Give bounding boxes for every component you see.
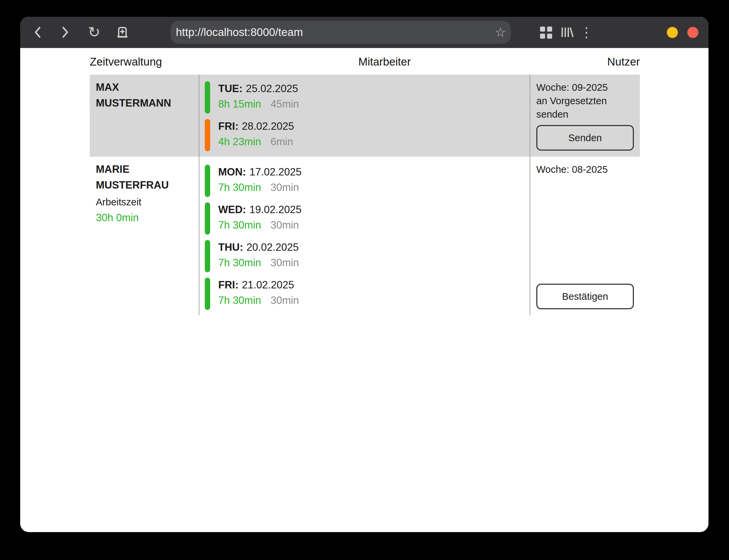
day-entry: THU:20.02.2025 7h 30min30min (205, 240, 530, 272)
day-entry: WED:19.02.2025 7h 30min30min (205, 202, 530, 235)
employee-row: MARIE MUSTERFRAU Arbeitszeit 30h 0min MO… (90, 157, 640, 315)
work-duration: 7h 30min (218, 257, 261, 269)
work-duration: 7h 30min (218, 182, 261, 193)
day-label: FRI: (218, 120, 238, 132)
day-status-bar (205, 165, 210, 197)
employee-name-cell: MARIE MUSTERFRAU Arbeitszeit 30h 0min (90, 157, 199, 315)
menu-kebab-icon[interactable]: ⋮ (579, 17, 594, 48)
worktime-label: Arbeitszeit (96, 196, 199, 208)
employee-name-line: MARIE (96, 161, 199, 177)
pause-duration: 30min (271, 257, 299, 269)
day-label: THU: (218, 241, 243, 253)
employee-name-cell: MAX MUSTERMANN (90, 75, 199, 157)
grid-square (547, 27, 552, 32)
forward-icon[interactable] (55, 17, 75, 48)
url-bar[interactable]: ☆ (170, 21, 511, 44)
window-close-button[interactable] (687, 27, 698, 38)
senden-button[interactable]: Senden (536, 125, 634, 151)
day-label: FRI: (218, 279, 238, 291)
window-minimize-button[interactable] (667, 27, 678, 38)
day-date: 21.02.2025 (242, 279, 294, 291)
worktime-total: 30h 0min (96, 211, 199, 225)
day-text: MON:17.02.2025 7h 30min30min (218, 165, 302, 197)
pause-duration: 30min (271, 182, 299, 193)
library-icon[interactable] (560, 26, 574, 39)
new-tab-icon[interactable] (112, 17, 132, 48)
week-info-line: senden (536, 108, 634, 121)
work-duration: 8h 15min (218, 98, 261, 110)
day-date: 25.02.2025 (246, 83, 298, 94)
pause-duration: 45min (271, 98, 299, 110)
employee-name-line: MAX (96, 79, 199, 95)
day-status-bar (205, 81, 210, 114)
day-date: 28.02.2025 (242, 120, 294, 132)
back-icon[interactable] (28, 17, 48, 48)
page-header: Zeitverwaltung Mitarbeiter Nutzer (90, 55, 640, 68)
day-entry: MON:17.02.2025 7h 30min30min (205, 165, 530, 197)
day-entry: TUE:25.02.2025 8h 15min45min (205, 81, 530, 114)
day-list: MON:17.02.2025 7h 30min30min WED:19.02.2… (199, 157, 530, 315)
nav-mitarbeiter[interactable]: Mitarbeiter (358, 55, 411, 68)
nav-zeitverwaltung[interactable]: Zeitverwaltung (90, 55, 162, 68)
day-entry: FRI:21.02.2025 7h 30min30min (205, 278, 530, 310)
week-info-line: Woche: 08-2025 (536, 163, 634, 176)
pause-duration: 30min (271, 219, 299, 231)
day-status-bar (205, 119, 210, 151)
reload-icon[interactable]: ↻ (84, 17, 104, 48)
employee-table: MAX MUSTERMANN TUE:25.02.2025 8h 15min45… (90, 75, 640, 315)
week-info-line: Woche: 09-2025 (536, 81, 634, 94)
day-text: FRI:21.02.2025 7h 30min30min (218, 278, 299, 310)
day-date: 19.02.2025 (250, 204, 302, 215)
bookmark-star-icon[interactable]: ☆ (495, 26, 506, 39)
pause-duration: 6min (271, 136, 293, 148)
week-info-line: an Vorgesetzten (536, 94, 634, 108)
grid-square (540, 34, 545, 39)
browser-window: ↻ ☆ ⋮ (20, 17, 708, 532)
day-label: MON: (218, 166, 246, 178)
week-action-cell: Woche: 08-2025 Bestätigen (530, 157, 640, 315)
day-list: TUE:25.02.2025 8h 15min45min FRI:28.02.2… (199, 75, 530, 157)
grid-square (540, 27, 545, 32)
day-text: FRI:28.02.2025 4h 23min6min (218, 119, 294, 151)
day-entry: FRI:28.02.2025 4h 23min6min (205, 119, 530, 151)
work-duration: 4h 23min (218, 136, 261, 148)
day-date: 17.02.2025 (250, 166, 302, 178)
day-text: TUE:25.02.2025 8h 15min45min (218, 81, 299, 114)
bestaetigen-button[interactable]: Bestätigen (536, 284, 634, 309)
day-status-bar (205, 202, 210, 235)
day-text: THU:20.02.2025 7h 30min30min (218, 240, 299, 272)
team-page: Zeitverwaltung Mitarbeiter Nutzer MAX MU… (20, 48, 708, 532)
grid-square (547, 34, 552, 39)
day-status-bar (205, 278, 210, 310)
day-status-bar (205, 240, 210, 272)
day-label: TUE: (218, 83, 242, 94)
employee-name-line: MUSTERMANN (96, 95, 199, 111)
day-text: WED:19.02.2025 7h 30min30min (218, 202, 302, 235)
week-action-cell: Woche: 09-2025 an Vorgesetzten senden Se… (530, 75, 640, 157)
tab-overview-grid-icon[interactable] (540, 27, 552, 39)
employee-name-line: MUSTERFRAU (96, 177, 199, 193)
nav-nutzer[interactable]: Nutzer (607, 55, 640, 68)
day-label: WED: (218, 204, 246, 215)
work-duration: 7h 30min (218, 294, 261, 306)
browser-toolbar: ↻ ☆ ⋮ (20, 17, 708, 48)
work-duration: 7h 30min (218, 219, 261, 231)
employee-row: MAX MUSTERMANN TUE:25.02.2025 8h 15min45… (90, 75, 640, 157)
url-input[interactable] (176, 26, 495, 39)
pause-duration: 30min (271, 294, 299, 306)
day-date: 20.02.2025 (246, 241, 299, 253)
